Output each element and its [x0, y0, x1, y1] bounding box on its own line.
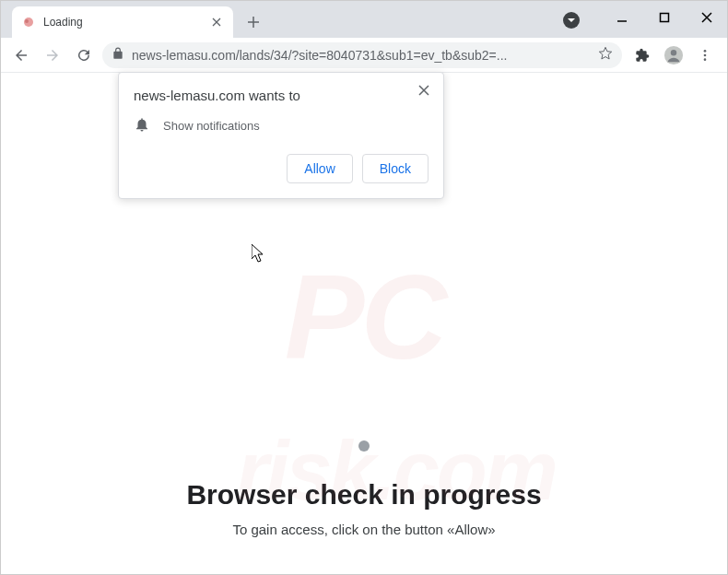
maximize-button[interactable] [652, 8, 677, 27]
watermark: PC [285, 248, 444, 386]
profile-icon[interactable] [663, 44, 685, 66]
close-window-button[interactable] [694, 8, 720, 27]
extensions-icon[interactable] [631, 44, 653, 66]
svg-point-1 [25, 19, 29, 23]
menu-icon[interactable] [694, 44, 716, 66]
tab-favicon [21, 15, 36, 29]
loader-dot [358, 440, 370, 452]
page-subtext: To gain access, click on the button «All… [232, 522, 495, 537]
new-tab-button[interactable] [241, 9, 266, 35]
tab-close-button[interactable] [209, 15, 224, 29]
reload-button[interactable] [71, 42, 97, 68]
titlebar: Loading [1, 1, 727, 38]
block-button[interactable]: Block [362, 154, 429, 183]
allow-button[interactable]: Allow [287, 154, 352, 183]
svg-rect-2 [661, 14, 669, 22]
toolbar-right [628, 44, 720, 66]
toolbar: news-lemasu.com/lands/34/?site=8040731&s… [1, 38, 727, 73]
svg-point-7 [704, 58, 707, 61]
svg-point-6 [704, 53, 707, 56]
address-bar[interactable]: news-lemasu.com/lands/34/?site=8040731&s… [102, 42, 622, 68]
popup-title: news-lemasu.com wants to [134, 88, 429, 103]
tab-title: Loading [43, 16, 202, 29]
permission-label: Show notifications [163, 119, 260, 133]
popup-actions: Allow Block [134, 154, 429, 183]
notification-permission-popup: news-lemasu.com wants to Show notificati… [118, 72, 444, 199]
svg-point-4 [671, 50, 676, 55]
svg-point-5 [704, 50, 707, 53]
popup-close-button[interactable] [417, 84, 432, 99]
bell-icon [134, 116, 150, 135]
minimize-button[interactable] [609, 8, 635, 27]
url-text: news-lemasu.com/lands/34/?site=8040731&s… [132, 48, 591, 63]
forward-button[interactable] [40, 42, 65, 68]
popup-permission-row: Show notifications [134, 116, 429, 135]
media-control-indicator[interactable] [563, 12, 580, 29]
back-button[interactable] [8, 42, 34, 68]
window-controls [609, 8, 720, 27]
lock-icon [112, 47, 124, 63]
browser-tab[interactable]: Loading [12, 6, 233, 38]
page-heading: Browser check in progress [186, 479, 541, 510]
star-icon[interactable] [598, 46, 613, 64]
